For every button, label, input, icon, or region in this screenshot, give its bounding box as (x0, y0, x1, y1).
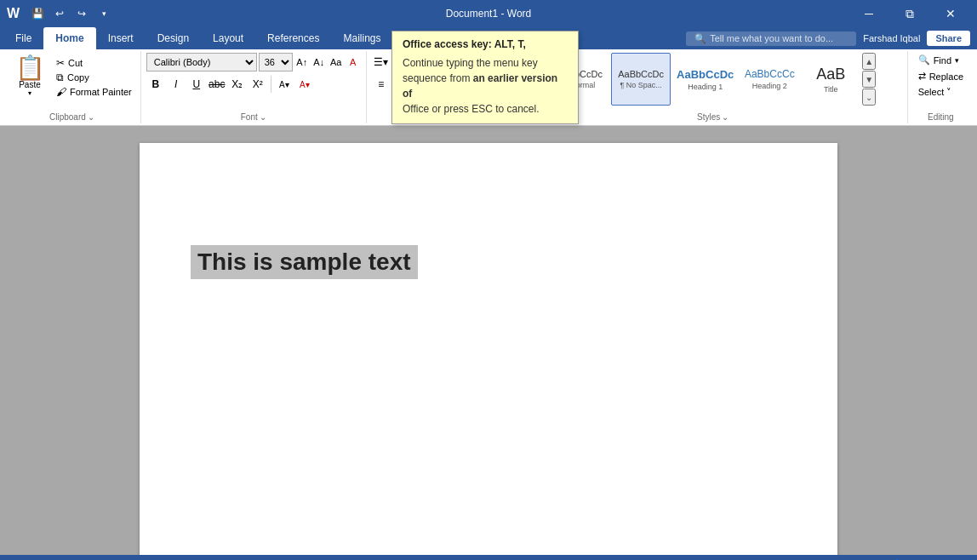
style-heading2-preview: AaBbCcCc (745, 68, 795, 80)
font-divider (271, 76, 271, 93)
italic-button[interactable]: I (167, 75, 186, 94)
status-bar: Page 1 of 1 4 of 4 words 📄 📖 📄 🌐 ─ + 100… (0, 555, 977, 560)
clipboard-content: 📋 Paste ▾ ✂ Cut ⧉ Copy 🖌 Format P (9, 53, 135, 111)
styles-gallery: AaBbCcDc ¶ Normal AaBbCcDc ¶ No Spac... … (550, 53, 876, 106)
style-heading2-label: Heading 2 (752, 82, 787, 90)
style-title-label: Title (824, 85, 838, 94)
paste-button[interactable]: 📋 Paste ▾ (9, 53, 51, 100)
clipboard-label: Clipboard ⌄ (9, 111, 135, 122)
styles-scroll-up-button[interactable]: ▲ (862, 53, 876, 70)
style-heading1-preview: AaBbCcDc (677, 68, 734, 81)
read-mode-button[interactable]: 📖 (778, 557, 797, 560)
underline-button[interactable]: U (187, 75, 206, 94)
replace-button[interactable]: ⇄ Replace (913, 69, 968, 83)
copy-label: Copy (67, 72, 89, 83)
style-no-space[interactable]: AaBbCcDc ¶ No Spac... (611, 53, 671, 106)
replace-label: Replace (929, 71, 963, 82)
font-size-decrease-button[interactable]: A↓ (311, 53, 327, 71)
redo-qa-button[interactable]: ↪ (72, 4, 91, 23)
font-case-button[interactable]: Aa (329, 53, 344, 71)
restore-button[interactable]: ⧉ (890, 0, 929, 27)
format-painter-button[interactable]: 🖌 Format Painter (53, 85, 135, 99)
style-no-space-label: ¶ No Spac... (620, 81, 661, 89)
find-label: Find (934, 55, 951, 66)
format-painter-label: Format Painter (70, 87, 132, 97)
tab-layout[interactable]: Layout (201, 27, 255, 49)
editing-label: Editing (913, 111, 968, 122)
font-size-increase-button[interactable]: A↑ (294, 53, 310, 71)
tab-design[interactable]: Design (146, 27, 201, 49)
find-button[interactable]: 🔍 Find ▾ (913, 53, 968, 67)
font-row-1: Calibri (Body) 36 A↑ A↓ Aa A (146, 53, 361, 71)
style-heading1-label: Heading 1 (688, 83, 723, 91)
style-heading2[interactable]: AaBbCcCc Heading 2 (740, 53, 799, 106)
user-name: Farshad Iqbal (863, 33, 920, 43)
styles-label: Styles ⌄ (524, 111, 902, 122)
style-no-space-preview: AaBbCcDc (618, 69, 664, 79)
tab-insert[interactable]: Insert (96, 27, 146, 49)
copy-icon: ⧉ (56, 71, 64, 83)
highlight-color-button[interactable]: A▾ (275, 75, 294, 94)
cut-icon: ✂ (56, 57, 65, 69)
search-icon: 🔍 (694, 33, 706, 44)
select-button[interactable]: Select ˅ (913, 85, 968, 100)
save-qa-button[interactable]: 💾 (28, 4, 47, 23)
word-icon: W (7, 6, 20, 21)
access-key-tooltip: Office access key: ALT, T, Continue typi… (391, 31, 579, 124)
font-size-select[interactable]: 36 (259, 53, 293, 71)
clipboard-group: 📋 Paste ▾ ✂ Cut ⧉ Copy 🖌 Format P (3, 51, 141, 123)
clipboard-expand-icon[interactable]: ⌄ (88, 112, 94, 122)
cut-label: Cut (68, 58, 83, 68)
tooltip-line2: sequence from (403, 72, 470, 84)
styles-scroll-down-button[interactable]: ▼ (862, 71, 876, 88)
undo-qa-button[interactable]: ↩ (50, 4, 69, 23)
tab-references[interactable]: References (255, 27, 331, 49)
clear-formatting-button[interactable]: A (346, 53, 361, 71)
tooltip-line1: Continue typing the menu key (403, 57, 538, 69)
styles-expand-button[interactable]: ⌄ (862, 89, 876, 106)
format-painter-icon: 🖌 (56, 86, 66, 98)
font-row-2: B I U abc X₂ X² A▾ A▾ (146, 75, 361, 94)
style-title[interactable]: AaB Title (801, 53, 860, 106)
document-page[interactable]: This is sample text (140, 143, 837, 555)
web-view-button[interactable]: 🌐 (829, 557, 848, 560)
font-family-select[interactable]: Calibri (Body) (146, 53, 257, 71)
title-bar-left: W 💾 ↩ ↪ ▾ (7, 4, 113, 23)
editing-group: 🔍 Find ▾ ⇄ Replace Select ˅ Editing (908, 51, 974, 123)
replace-icon: ⇄ (918, 71, 926, 82)
bold-button[interactable]: B (146, 75, 165, 94)
minimize-button[interactable]: ─ (849, 0, 888, 27)
ribbon-tabs: File Home Insert Design Layout Reference… (0, 27, 396, 49)
window-title: Document1 - Word (446, 8, 531, 20)
paste-label: Paste (19, 80, 41, 89)
tab-home[interactable]: Home (43, 27, 95, 49)
style-heading1[interactable]: AaBbCcDc Heading 1 (672, 53, 738, 106)
align-left-button[interactable]: ≡ (372, 75, 391, 94)
tab-mailings[interactable]: Mailings (331, 27, 392, 49)
tooltip-title: Office access key: ALT, T, (403, 38, 568, 50)
clipboard-actions: ✂ Cut ⧉ Copy 🖌 Format Painter (53, 56, 135, 99)
share-button[interactable]: Share (927, 31, 970, 46)
close-button[interactable]: ✕ (931, 0, 970, 27)
find-dropdown-icon: ▾ (955, 56, 959, 65)
subscript-button[interactable]: X₂ (228, 75, 247, 94)
copy-button[interactable]: ⧉ Copy (53, 71, 135, 84)
font-expand-icon[interactable]: ⌄ (260, 112, 266, 122)
document-text[interactable]: This is sample text (191, 245, 418, 279)
cut-button[interactable]: ✂ Cut (53, 56, 135, 70)
font-group: Calibri (Body) 36 A↑ A↓ Aa A B I U abc X… (141, 51, 367, 123)
print-layout-button[interactable]: 📄 (803, 557, 822, 560)
window-controls: ─ ⧉ ✕ (849, 0, 970, 27)
styles-expand-icon[interactable]: ⌄ (722, 112, 728, 122)
customize-qa-button[interactable]: ▾ (94, 4, 113, 23)
superscript-button[interactable]: X² (249, 75, 267, 94)
status-bar-right: 📖 📄 🌐 ─ + 100% (778, 557, 968, 560)
strikethrough-button[interactable]: abc (208, 75, 226, 94)
quick-access-toolbar: 💾 ↩ ↪ ▾ (28, 4, 113, 23)
tell-me-search[interactable]: 🔍 Tell me what you want to do... (686, 31, 856, 46)
font-color-button[interactable]: A▾ (295, 75, 314, 94)
document-area: This is sample text (0, 126, 977, 555)
tab-file[interactable]: File (3, 27, 43, 49)
paste-icon: 📋 (15, 56, 45, 80)
bullets-button[interactable]: ☰▾ (372, 53, 391, 71)
